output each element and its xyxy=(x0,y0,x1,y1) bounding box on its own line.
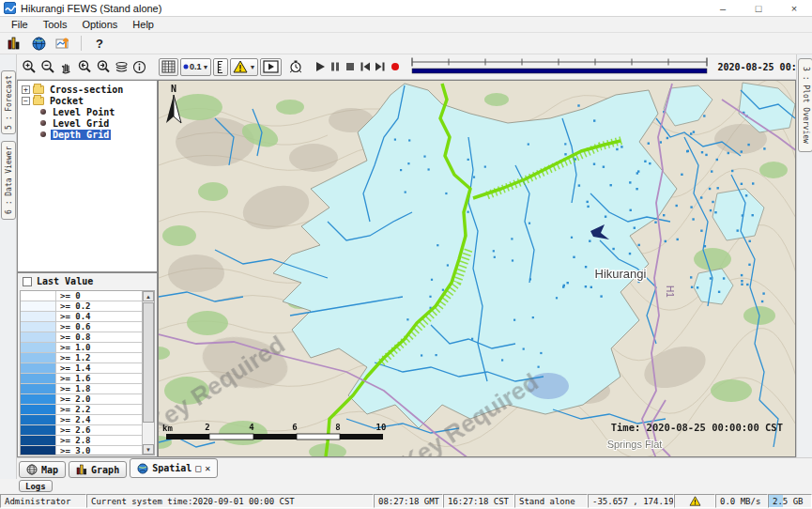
time-slider[interactable] xyxy=(409,56,710,77)
legend-row[interactable]: >= 1.2 xyxy=(21,353,142,363)
globe-button[interactable] xyxy=(28,34,49,53)
last-value-label: Last Value xyxy=(37,276,93,286)
pan-button[interactable] xyxy=(58,57,74,76)
window-title: Hikurangi FEWS (Stand alone) xyxy=(21,3,161,14)
tab-data-viewer[interactable]: 6 : Data Viewer xyxy=(1,141,16,220)
pause-button[interactable] xyxy=(329,57,342,76)
minimize-button[interactable]: – xyxy=(705,0,741,16)
tab-graph[interactable]: Graph xyxy=(69,461,127,478)
last-value-checkbox[interactable] xyxy=(23,277,32,286)
left-tab-strip: 5 : Forecast 6 : Data Viewer xyxy=(0,54,17,479)
node-bullet-icon xyxy=(40,120,46,126)
tree-item-cross-section[interactable]: + Cross-section xyxy=(18,84,157,95)
scrollbar-thumb[interactable] xyxy=(143,302,154,423)
map-viewport[interactable]: H1 N Hikurangi Springs Flat API Key Requ… xyxy=(158,80,796,457)
tab-forecast[interactable]: 5 : Forecast xyxy=(1,70,16,134)
tree-item-depth-grid[interactable]: Depth Grid xyxy=(18,129,157,140)
logs-row: Logs xyxy=(0,479,812,493)
legend-value-label: >= 0.6 xyxy=(56,322,91,332)
tab-spatial[interactable]: Spatial □ ✕ xyxy=(130,458,218,478)
info-button[interactable] xyxy=(131,57,147,76)
legend-color-swatch xyxy=(21,436,56,445)
legend-row[interactable]: >= 2.6 xyxy=(21,425,142,436)
animation-button[interactable] xyxy=(260,58,282,76)
tab-close-icon[interactable]: ✕ xyxy=(205,463,210,473)
globe-blue-icon xyxy=(137,463,148,474)
legend-row[interactable]: >= 1.6 xyxy=(21,374,142,384)
menu-tools[interactable]: Tools xyxy=(37,18,74,31)
svg-text:10: 10 xyxy=(376,423,387,432)
logs-button[interactable]: Logs xyxy=(19,480,53,492)
legend-row[interactable]: >= 1.4 xyxy=(21,363,142,374)
svg-text:6: 6 xyxy=(292,423,297,432)
status-coordinates: -35.657 , 174.199 xyxy=(588,494,674,508)
zoom-previous-button[interactable] xyxy=(76,57,93,76)
legend-row[interactable]: >= 0 xyxy=(21,291,142,301)
menu-options[interactable]: Options xyxy=(75,18,124,31)
legend-row[interactable]: >= 2.8 xyxy=(21,436,142,446)
zoom-next-button[interactable] xyxy=(95,57,112,76)
maximize-button[interactable]: □ xyxy=(741,0,776,16)
tree-item-level-point[interactable]: Level Point xyxy=(18,106,157,117)
legend-row[interactable]: >= 0.4 xyxy=(21,312,142,322)
folder-icon xyxy=(33,85,44,94)
toolbar-separator xyxy=(81,36,82,51)
expand-icon[interactable]: + xyxy=(22,85,30,94)
layers-tree-panel: + Cross-section − Pocket Level Point Lev… xyxy=(17,80,158,272)
skip-to-start-button[interactable] xyxy=(359,57,372,76)
stop-button[interactable] xyxy=(344,57,357,76)
chevron-down-icon: ▼ xyxy=(203,64,209,70)
svg-text:4: 4 xyxy=(249,423,254,432)
timeseries-button[interactable] xyxy=(53,34,73,53)
legend-value-label: >= 3.0 xyxy=(56,446,91,455)
tab-restore-icon[interactable]: □ xyxy=(195,463,201,473)
zoom-in-button[interactable] xyxy=(21,57,38,76)
legend-color-swatch xyxy=(21,384,56,393)
menu-file[interactable]: File xyxy=(5,18,35,31)
legend-row[interactable]: >= 1.8 xyxy=(21,384,142,394)
status-warning[interactable] xyxy=(674,494,715,508)
legend-row[interactable]: >= 0.8 xyxy=(21,332,142,343)
collapse-icon[interactable]: − xyxy=(22,97,30,105)
legend-scrollbar[interactable]: ▲ ▼ xyxy=(142,291,154,455)
skip-to-end-button[interactable] xyxy=(374,57,387,76)
legend-row[interactable]: >= 3.0 xyxy=(21,446,142,455)
menu-help[interactable]: Help xyxy=(126,18,161,31)
tree-item-pocket[interactable]: − Pocket xyxy=(18,95,157,106)
status-bar: Administrator Current system time:2020-0… xyxy=(0,493,812,509)
svg-text:8: 8 xyxy=(335,423,340,432)
warning-icon xyxy=(689,496,701,506)
record-button[interactable] xyxy=(389,57,402,76)
legend-row[interactable]: >= 0.2 xyxy=(21,301,142,312)
legend-color-swatch xyxy=(21,343,56,352)
help-button[interactable]: ? xyxy=(89,34,110,53)
scale-ruler-button[interactable] xyxy=(213,58,228,76)
database-chart-button[interactable] xyxy=(4,34,24,53)
tree-item-level-grid[interactable]: Level Grid xyxy=(18,117,157,129)
bar-chart-icon xyxy=(76,464,87,475)
legend-color-swatch xyxy=(21,415,56,424)
legend-row[interactable]: >= 0.6 xyxy=(21,322,142,332)
contour-interval-dropdown[interactable]: 0.1 ▼ xyxy=(180,58,211,76)
scroll-down-icon[interactable]: ▼ xyxy=(143,444,154,455)
tab-map[interactable]: Map xyxy=(19,461,66,478)
legend-row[interactable]: >= 2.0 xyxy=(21,394,142,405)
legend-row[interactable]: >= 2.4 xyxy=(21,415,142,425)
warning-threshold-dropdown[interactable]: ▼ xyxy=(230,58,258,76)
scroll-up-icon[interactable]: ▲ xyxy=(143,291,154,301)
close-button[interactable]: × xyxy=(776,0,812,16)
legend-value-label: >= 0.8 xyxy=(56,332,91,342)
legend-row[interactable]: >= 2.2 xyxy=(21,405,142,415)
tab-plot-overview[interactable]: 3 : Plot Overview xyxy=(798,58,812,152)
layers-button[interactable] xyxy=(114,57,130,76)
app-logo-icon xyxy=(4,2,16,14)
grid-display-button[interactable] xyxy=(159,58,178,76)
legend-row[interactable]: >= 1.0 xyxy=(21,343,142,353)
zoom-out-button[interactable] xyxy=(39,57,56,76)
legend-color-swatch xyxy=(21,353,56,362)
legend-list: >= 0>= 0.2>= 0.4>= 0.6>= 0.8>= 1.0>= 1.2… xyxy=(21,291,142,455)
timer-button[interactable] xyxy=(287,57,304,76)
play-button[interactable] xyxy=(314,57,327,76)
title-bar: Hikurangi FEWS (Stand alone) – □ × xyxy=(0,0,812,17)
menu-bar: File Tools Options Help xyxy=(0,17,812,33)
